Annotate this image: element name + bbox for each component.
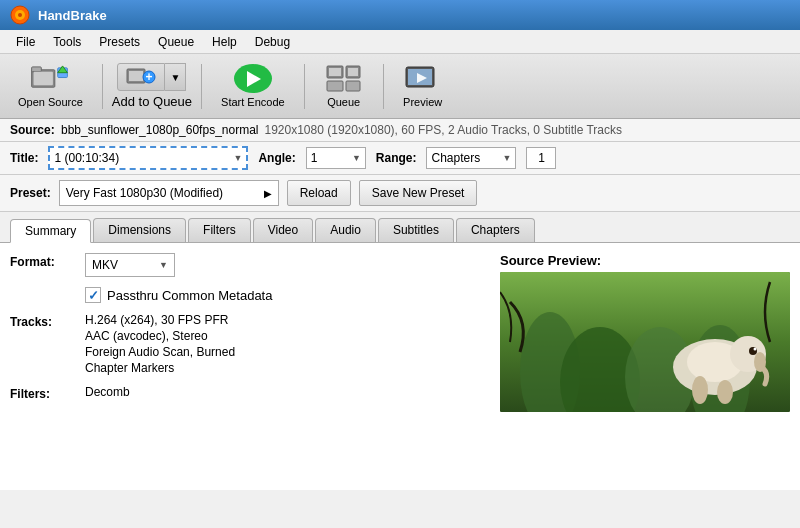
toolbar-sep-2 bbox=[201, 64, 202, 109]
menu-tools[interactable]: Tools bbox=[45, 33, 89, 51]
menu-debug[interactable]: Debug bbox=[247, 33, 298, 51]
toolbar-sep-4 bbox=[383, 64, 384, 109]
svg-rect-9 bbox=[129, 71, 143, 81]
filters-label: Filters: bbox=[10, 385, 75, 401]
format-select[interactable]: MKV ▼ bbox=[85, 253, 175, 277]
preview-label: Preview bbox=[403, 96, 442, 108]
svg-rect-4 bbox=[32, 67, 42, 72]
source-info: Source: bbb_sunflower_1080p_60fps_normal… bbox=[0, 119, 800, 142]
menu-file[interactable]: File bbox=[8, 33, 43, 51]
save-new-preset-button[interactable]: Save New Preset bbox=[359, 180, 478, 206]
menu-presets[interactable]: Presets bbox=[91, 33, 148, 51]
range-number-input[interactable]: 1 bbox=[526, 147, 556, 169]
toolbar: Open Source + ▼ Add to Queue Start Encod… bbox=[0, 54, 800, 119]
svg-text:+: + bbox=[146, 70, 153, 84]
track-1: H.264 (x264), 30 FPS PFR bbox=[85, 313, 235, 327]
filters-row: Filters: Decomb bbox=[10, 385, 490, 401]
source-label: Source: bbox=[10, 123, 55, 137]
queue-button[interactable]: Queue bbox=[314, 60, 374, 112]
preview-scene bbox=[500, 272, 790, 412]
queue-label: Queue bbox=[327, 96, 360, 108]
svg-rect-5 bbox=[34, 72, 53, 86]
menu-help[interactable]: Help bbox=[204, 33, 245, 51]
tab-video[interactable]: Video bbox=[253, 218, 313, 242]
source-preview-label: Source Preview: bbox=[500, 253, 790, 268]
svg-point-31 bbox=[754, 348, 757, 351]
preview-icon bbox=[405, 65, 441, 93]
angle-value: 1 bbox=[311, 151, 318, 165]
svg-point-33 bbox=[717, 380, 733, 404]
source-filename: bbb_sunflower_1080p_60fps_normal bbox=[61, 123, 258, 137]
svg-point-32 bbox=[692, 376, 708, 404]
filters-value: Decomb bbox=[85, 385, 130, 399]
source-preview-image bbox=[500, 272, 790, 412]
open-source-button[interactable]: Open Source bbox=[8, 60, 93, 112]
preset-label: Preset: bbox=[10, 186, 51, 200]
svg-point-2 bbox=[18, 13, 22, 17]
format-label: Format: bbox=[10, 253, 75, 269]
title-select[interactable]: 1 (00:10:34) ▼ bbox=[48, 146, 248, 170]
tracks-label: Tracks: bbox=[10, 313, 75, 329]
preview-svg bbox=[500, 272, 790, 412]
main-content: Format: MKV ▼ ✓ Passthru Common Metadata bbox=[0, 243, 800, 490]
tab-filters[interactable]: Filters bbox=[188, 218, 251, 242]
preset-row: Preset: Very Fast 1080p30 (Modified) ▶ R… bbox=[0, 175, 800, 212]
track-2: AAC (avcodec), Stereo bbox=[85, 329, 235, 343]
start-encode-icon bbox=[234, 64, 272, 93]
toolbar-sep-1 bbox=[102, 64, 103, 109]
range-dropdown-arrow-icon: ▼ bbox=[503, 153, 512, 163]
track-4: Chapter Markers bbox=[85, 361, 235, 375]
tabs-area: Summary Dimensions Filters Video Audio S… bbox=[0, 212, 800, 243]
preview-button[interactable]: Preview bbox=[393, 60, 453, 112]
tab-summary[interactable]: Summary bbox=[10, 219, 91, 243]
menu-bar: File Tools Presets Queue Help Debug bbox=[0, 30, 800, 54]
range-label: Range: bbox=[376, 151, 417, 165]
source-meta: 1920x1080 (1920x1080), 60 FPS, 2 Audio T… bbox=[264, 123, 622, 137]
add-queue-dropdown-button[interactable]: ▼ bbox=[165, 63, 186, 91]
angle-select[interactable]: 1 ▼ bbox=[306, 147, 366, 169]
left-panel: Format: MKV ▼ ✓ Passthru Common Metadata bbox=[10, 253, 490, 480]
app-title: HandBrake bbox=[38, 8, 107, 23]
tab-subtitles[interactable]: Subtitles bbox=[378, 218, 454, 242]
start-encode-label: Start Encode bbox=[221, 96, 285, 108]
title-bar: HandBrake bbox=[0, 0, 800, 30]
preset-dropdown-arrow-icon: ▶ bbox=[264, 188, 272, 199]
range-select[interactable]: Chapters ▼ bbox=[426, 147, 516, 169]
queue-icon bbox=[326, 65, 362, 93]
tracks-row: Tracks: H.264 (x264), 30 FPS PFR AAC (av… bbox=[10, 313, 490, 375]
range-num-value: 1 bbox=[538, 151, 545, 165]
title-dropdown-arrow-icon: ▼ bbox=[234, 153, 243, 163]
handbrake-logo-icon bbox=[10, 5, 30, 25]
svg-rect-16 bbox=[327, 81, 343, 91]
reload-button[interactable]: Reload bbox=[287, 180, 351, 206]
preset-value: Very Fast 1080p30 (Modified) bbox=[66, 186, 223, 200]
format-value: MKV bbox=[92, 258, 118, 272]
add-to-queue-label: Add to Queue bbox=[112, 94, 192, 109]
checkmark-icon: ✓ bbox=[88, 288, 99, 303]
tab-chapters[interactable]: Chapters bbox=[456, 218, 535, 242]
title-row: Title: 1 (00:10:34) ▼ Angle: 1 ▼ Range: … bbox=[0, 142, 800, 175]
metadata-label: Passthru Common Metadata bbox=[107, 288, 272, 303]
tab-audio[interactable]: Audio bbox=[315, 218, 376, 242]
title-value: 1 (00:10:34) bbox=[54, 151, 119, 165]
add-queue-icon: + bbox=[126, 66, 156, 88]
range-value: Chapters bbox=[431, 151, 480, 165]
metadata-checkbox[interactable]: ✓ bbox=[85, 287, 101, 303]
track-3: Foreign Audio Scan, Burned bbox=[85, 345, 235, 359]
format-row: Format: MKV ▼ ✓ Passthru Common Metadata bbox=[10, 253, 490, 303]
start-encode-button[interactable]: Start Encode bbox=[211, 60, 295, 112]
preset-select[interactable]: Very Fast 1080p30 (Modified) ▶ bbox=[59, 180, 279, 206]
angle-label: Angle: bbox=[258, 151, 295, 165]
tab-dimensions[interactable]: Dimensions bbox=[93, 218, 186, 242]
svg-rect-17 bbox=[346, 81, 360, 91]
menu-queue[interactable]: Queue bbox=[150, 33, 202, 51]
title-label: Title: bbox=[10, 151, 38, 165]
toolbar-sep-3 bbox=[304, 64, 305, 109]
open-source-label: Open Source bbox=[18, 96, 83, 108]
svg-rect-13 bbox=[329, 68, 341, 76]
right-panel: Source Preview: bbox=[500, 253, 790, 480]
angle-dropdown-arrow-icon: ▼ bbox=[352, 153, 361, 163]
metadata-checkbox-row: ✓ Passthru Common Metadata bbox=[85, 287, 272, 303]
open-source-icon bbox=[30, 64, 70, 93]
add-to-queue-button[interactable]: + bbox=[117, 63, 165, 91]
